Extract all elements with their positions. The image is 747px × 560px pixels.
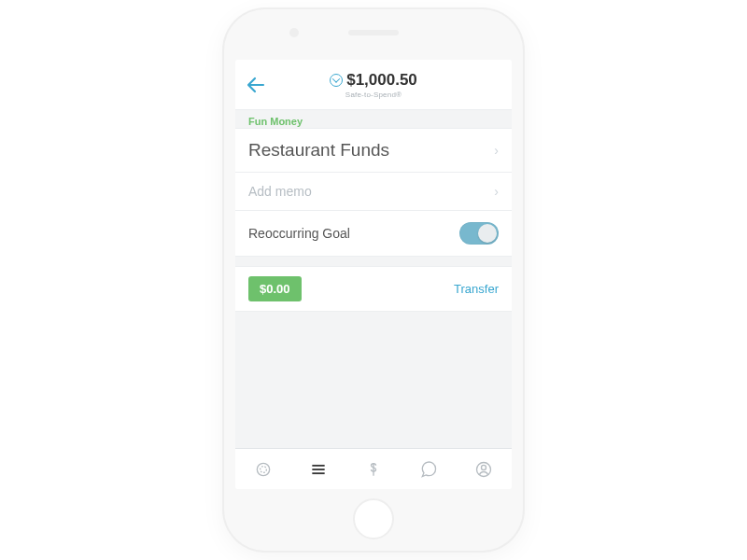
balance-row[interactable]: $1,000.50 bbox=[330, 71, 417, 90]
tab-profile[interactable] bbox=[471, 456, 497, 483]
transfer-button[interactable]: Transfer bbox=[454, 282, 499, 296]
svg-point-7 bbox=[482, 465, 486, 469]
recurring-label: Reoccurring Goal bbox=[248, 226, 350, 241]
home-button[interactable] bbox=[353, 498, 394, 539]
balance-amount: $1,000.50 bbox=[346, 71, 417, 90]
goal-name: Restaurant Funds bbox=[248, 140, 389, 161]
recurring-row: Reoccurring Goal bbox=[235, 210, 512, 257]
svg-point-2 bbox=[260, 466, 266, 472]
camera bbox=[289, 28, 299, 37]
memo-row[interactable]: Add memo › bbox=[235, 172, 512, 211]
goal-balance-pill[interactable]: $0.00 bbox=[248, 276, 302, 301]
recurring-toggle[interactable] bbox=[459, 222, 499, 245]
tab-bar bbox=[235, 448, 512, 489]
tab-support[interactable] bbox=[416, 456, 442, 483]
dropdown-icon bbox=[330, 74, 343, 87]
toggle-knob bbox=[478, 224, 497, 243]
speaker bbox=[348, 30, 399, 35]
phone-frame: $1,000.50 Safe-to-Spend® Fun Money Resta… bbox=[224, 9, 523, 551]
goal-name-row[interactable]: Restaurant Funds › bbox=[235, 128, 512, 173]
balance-subtitle: Safe-to-Spend® bbox=[345, 91, 402, 99]
balance-bar: $0.00 Transfer bbox=[235, 266, 512, 312]
header-center: $1,000.50 Safe-to-Spend® bbox=[330, 71, 417, 99]
tab-goals[interactable] bbox=[305, 456, 331, 483]
tab-move-money[interactable] bbox=[360, 456, 387, 483]
back-button[interactable] bbox=[245, 74, 267, 96]
category-label: Fun Money bbox=[235, 110, 512, 129]
tab-activity[interactable] bbox=[250, 456, 276, 483]
memo-placeholder: Add memo bbox=[248, 184, 312, 199]
chevron-right-icon: › bbox=[494, 184, 499, 199]
app-screen: $1,000.50 Safe-to-Spend® Fun Money Resta… bbox=[235, 60, 512, 489]
content-spacer bbox=[235, 312, 512, 448]
svg-point-1 bbox=[257, 463, 269, 475]
chevron-right-icon: › bbox=[494, 143, 499, 158]
header-bar: $1,000.50 Safe-to-Spend® bbox=[235, 60, 512, 110]
